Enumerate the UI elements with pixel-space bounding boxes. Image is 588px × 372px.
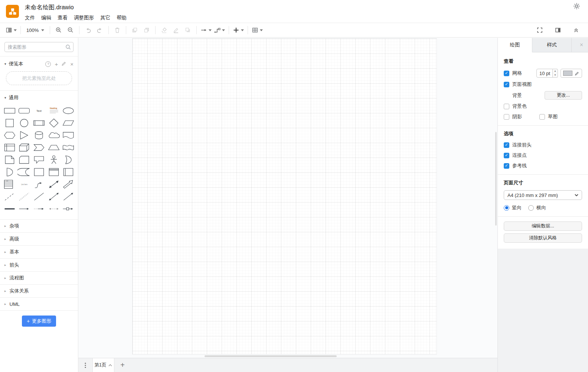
shape-bidirectional-connector[interactable] (46, 190, 61, 203)
shape-horizontal-container[interactable] (61, 166, 76, 178)
connection-button[interactable] (200, 25, 212, 35)
help-icon[interactable]: ? (45, 61, 51, 67)
menu-查看[interactable]: 查看 (58, 14, 68, 21)
shadow-checkbox[interactable] (504, 114, 509, 120)
shape-cloud[interactable] (46, 129, 61, 141)
change-background-button[interactable]: 更改... (545, 91, 582, 100)
line-color-button[interactable] (171, 25, 181, 35)
shape-process[interactable] (32, 117, 46, 129)
pages-menu-button[interactable] (78, 358, 92, 372)
stepper-up-icon[interactable]: ▲ (553, 69, 558, 73)
shape-square[interactable] (2, 117, 17, 129)
close-panel-icon[interactable]: × (580, 42, 588, 48)
page-view-checkbox[interactable] (504, 82, 509, 87)
shape-vertical-container[interactable] (46, 166, 61, 178)
shape-diamond[interactable] (46, 117, 61, 129)
clear-default-style-button[interactable]: 清除默认风格 (504, 233, 582, 243)
grid-size-input[interactable]: 10 pt (536, 69, 553, 78)
vertical-scrollbar[interactable] (495, 132, 497, 226)
shape-hexagon[interactable] (2, 129, 17, 141)
more-shapes-button[interactable]: + 更多图形 (22, 316, 56, 327)
sidebar-section-UML[interactable]: ▸UML (0, 297, 78, 310)
shape-actor[interactable] (46, 153, 61, 166)
shape-rectangle[interactable] (2, 104, 17, 117)
waypoints-button[interactable] (214, 25, 225, 35)
grid-size-stepper[interactable]: ▲ ▼ (553, 69, 558, 78)
add-icon[interactable]: + (55, 62, 58, 67)
shape-data-storage[interactable] (17, 166, 32, 178)
view-panels-button[interactable] (6, 25, 17, 35)
edit-icon[interactable] (62, 61, 66, 67)
shape-container[interactable] (32, 166, 46, 178)
scratchpad-header[interactable]: ▾ 便笺本 ? + × (0, 56, 78, 71)
shape-dashed-edge[interactable] (32, 203, 46, 215)
sketch-checkbox[interactable] (539, 114, 545, 120)
page-tab[interactable]: 第1页 (92, 358, 114, 372)
shape-arrow[interactable] (61, 178, 76, 190)
shape-rounded-rectangle[interactable] (17, 104, 32, 117)
shape-text[interactable]: Text (32, 104, 46, 117)
zoom-in-button[interactable] (54, 25, 63, 35)
search-icon[interactable] (65, 44, 71, 51)
shape-cube[interactable] (17, 141, 32, 153)
menu-调整图形[interactable]: 调整图形 (74, 14, 94, 21)
shape-triangle[interactable] (17, 129, 32, 141)
close-icon[interactable]: × (70, 62, 74, 67)
shape-labeled-edge[interactable] (61, 203, 76, 215)
shape-directional-edge[interactable] (17, 203, 32, 215)
sidebar-section-基本[interactable]: ▸基本 (0, 245, 78, 258)
shape-line[interactable] (32, 190, 46, 203)
search-input[interactable] (4, 42, 74, 52)
shape-document[interactable] (61, 129, 76, 141)
insert-button[interactable] (233, 25, 244, 35)
shape-trapezoid[interactable] (46, 141, 61, 153)
shape-link[interactable] (2, 203, 17, 215)
add-page-button[interactable]: + (114, 358, 131, 372)
shape-ellipse[interactable] (61, 104, 76, 117)
shape-bidirectional-arrow[interactable] (46, 178, 61, 190)
shape-textbox[interactable]: Heading (46, 104, 61, 117)
sidebar-section-高级[interactable]: ▸高级 (0, 232, 78, 245)
diagram-canvas[interactable] (78, 38, 497, 358)
shape-step[interactable] (32, 141, 46, 153)
shape-dotted-line[interactable] (17, 190, 32, 203)
to-front-button[interactable] (130, 25, 140, 35)
format-panel-toggle-button[interactable] (553, 25, 563, 35)
general-section-header[interactable]: ▾ 通用 (0, 90, 78, 104)
fullscreen-button[interactable] (535, 25, 545, 35)
grid-checkbox[interactable] (504, 71, 509, 76)
shape-note[interactable] (2, 153, 17, 166)
stepper-down-icon[interactable]: ▼ (553, 73, 558, 77)
menu-帮助[interactable]: 帮助 (117, 14, 127, 21)
shape-directional-connector[interactable] (61, 190, 76, 203)
menu-编辑[interactable]: 编辑 (41, 14, 51, 21)
landscape-radio[interactable] (528, 205, 534, 211)
theme-sun-icon[interactable] (573, 3, 580, 11)
canvas-page[interactable] (132, 38, 437, 355)
delete-button[interactable] (112, 25, 122, 35)
table-button[interactable] (252, 25, 263, 35)
tab-样式[interactable]: 样式 (532, 38, 572, 52)
to-back-button[interactable] (142, 25, 151, 35)
background-color-checkbox[interactable] (504, 104, 509, 109)
scratchpad-drop-area[interactable]: 把元素拖至此处 (6, 71, 72, 85)
grid-color-swatch[interactable] (563, 71, 572, 76)
sidebar-section-流程图[interactable]: ▸流程图 (0, 271, 78, 284)
sidebar-section-实体关系[interactable]: ▸实体关系 (0, 284, 78, 297)
redo-button[interactable] (95, 25, 105, 35)
shape-list[interactable]: List (2, 178, 17, 190)
sidebar-section-箭头[interactable]: ▸箭头 (0, 258, 78, 271)
page-size-select[interactable]: A4 (210 mm x 297 mm) (504, 190, 582, 200)
shadow-button[interactable] (183, 25, 193, 35)
fill-color-button[interactable] (159, 25, 169, 35)
shape-circle[interactable] (17, 117, 32, 129)
sidebar-section-杂项[interactable]: ▸杂项 (0, 219, 78, 232)
undo-button[interactable] (83, 25, 93, 35)
shape-parallelogram[interactable] (61, 117, 76, 129)
shape-or[interactable] (61, 153, 76, 166)
horizontal-scrollbar[interactable] (205, 355, 337, 357)
shape-callout[interactable] (32, 153, 46, 166)
checkbox-连接点[interactable] (504, 153, 509, 158)
zoom-out-button[interactable] (66, 25, 75, 35)
zoom-select[interactable]: 100% (26, 28, 44, 33)
